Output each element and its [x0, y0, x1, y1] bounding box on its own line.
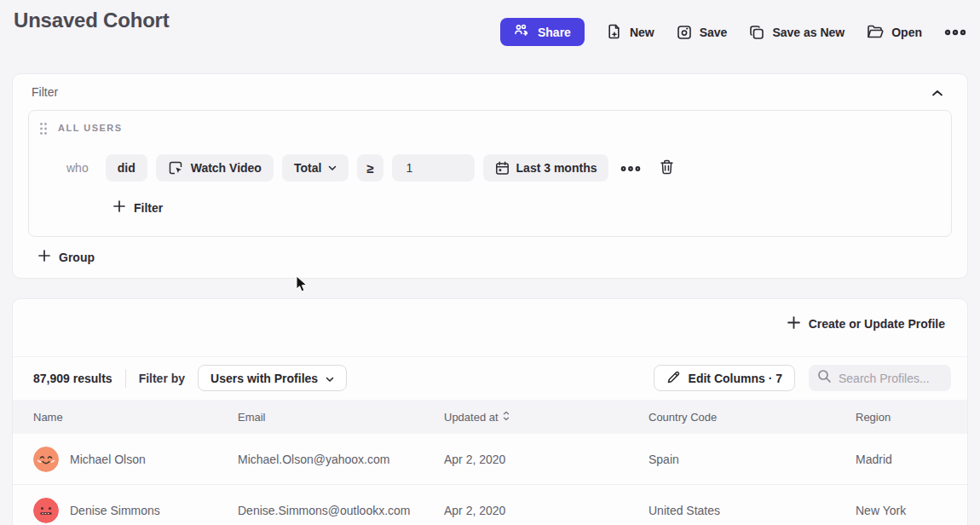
profile-country-code: Spain [649, 453, 856, 466]
did-selector[interactable]: did [106, 154, 147, 182]
save-as-new-button-label: Save as New [772, 26, 845, 39]
create-or-update-profile-button[interactable]: Create or Update Profile [787, 312, 945, 336]
operator-value: ≥ [366, 161, 373, 176]
avatar [33, 447, 59, 472]
ellipsis-icon [944, 29, 966, 36]
add-group-button[interactable]: Group [38, 250, 95, 264]
magnifier-icon [817, 369, 832, 387]
save-button[interactable]: Save [677, 25, 728, 40]
open-button-label: Open [891, 26, 922, 39]
plus-icon [38, 250, 50, 264]
group-title: ALL USERS [58, 123, 123, 133]
event-cursor-icon [168, 160, 184, 176]
column-header-name[interactable]: Name [33, 411, 238, 424]
event-name: Watch Video [191, 161, 262, 175]
column-header-region[interactable]: Region [856, 411, 967, 424]
filter-panel: Filter ALL USERS who did [12, 73, 968, 279]
chevron-up-icon [931, 85, 943, 100]
chevron-down-icon [326, 372, 334, 385]
more-options-button[interactable] [944, 29, 966, 36]
profile-region: New York [856, 504, 967, 517]
search-profiles-input[interactable] [839, 372, 943, 385]
add-group-label: Group [59, 251, 95, 264]
cohort-builder-app: Unsaved Cohort Share New [0, 0, 980, 525]
profile-name-cell: Michael Olson [33, 447, 238, 472]
profiles-filter-value: Users with Profiles [210, 372, 318, 385]
top-toolbar: Share New Save [500, 18, 966, 46]
folder-icon [867, 25, 884, 39]
ellipsis-icon [620, 162, 641, 175]
open-button[interactable]: Open [867, 25, 922, 39]
divider [125, 369, 126, 388]
filter-panel-title: Filter [32, 85, 58, 99]
who-label: who [66, 161, 89, 175]
column-header-label: Country Code [649, 411, 717, 424]
aggregation-value: Total [294, 161, 321, 175]
results-toolbar-right: Edit Columns · 7 [654, 365, 951, 391]
trash-icon [660, 159, 674, 177]
pencil-icon [666, 370, 681, 387]
sort-icon[interactable] [503, 411, 510, 424]
row-more-options-button[interactable] [619, 160, 643, 176]
filter-by-label: Filter by [139, 372, 185, 385]
calendar-icon [495, 161, 510, 176]
add-filter-button[interactable]: Filter [113, 200, 163, 215]
filter-row: who did Watch Video Total [39, 154, 676, 182]
save-button-label: Save [700, 26, 728, 39]
edit-columns-button[interactable]: Edit Columns · 7 [654, 365, 795, 391]
collapse-filter-button[interactable] [931, 85, 943, 101]
column-header-label: Name [33, 411, 63, 424]
date-range-value: Last 3 months [516, 161, 597, 175]
cohort-group: ALL USERS who did Watch Video [28, 110, 952, 237]
document-plus-icon [607, 24, 622, 40]
plus-icon [787, 316, 800, 332]
profile-name: Denise Simmons [70, 504, 160, 517]
delete-filter-button[interactable] [658, 158, 676, 179]
did-label: did [118, 161, 135, 175]
share-button-label: Share [538, 26, 571, 39]
results-toolbar: 87,909 results Filter by Users with Prof… [13, 356, 967, 399]
new-button[interactable]: New [607, 24, 654, 40]
column-header-label: Region [856, 411, 891, 424]
table-body: Michael Olson Michael.Olson@yahoox.com A… [13, 434, 967, 525]
profiles-filter-dropdown[interactable]: Users with Profiles [198, 365, 347, 391]
share-button[interactable]: Share [500, 18, 585, 46]
profile-name-cell: Denise Simmons [33, 498, 238, 523]
profile-name: Michael Olson [70, 453, 146, 466]
profile-region: Madrid [856, 453, 967, 466]
profile-country-code: United States [649, 504, 856, 517]
chevron-down-icon [328, 165, 337, 171]
people-add-icon [514, 24, 530, 40]
copy-icon [749, 25, 764, 40]
column-header-label: Email [238, 411, 266, 424]
profile-email: Denise.Simmons@outlookx.com [238, 504, 444, 517]
profile-email: Michael.Olson@yahoox.com [238, 453, 444, 466]
profiles-panel: Create or Update Profile 87,909 results … [12, 298, 968, 525]
column-header-updated-at[interactable]: Updated at [444, 411, 649, 424]
column-header-email[interactable]: Email [238, 411, 444, 424]
threshold-input[interactable] [392, 154, 475, 182]
column-header-country-code[interactable]: Country Code [649, 411, 856, 424]
operator-selector[interactable]: ≥ [357, 154, 383, 182]
drag-handle-icon[interactable] [39, 122, 48, 139]
table-row[interactable]: Michael Olson Michael.Olson@yahoox.com A… [13, 434, 967, 485]
save-icon [677, 25, 692, 40]
add-filter-label: Filter [134, 201, 163, 215]
profiles-table: Name Email Updated at Country Code [13, 400, 967, 525]
create-or-update-profile-label: Create or Update Profile [809, 317, 945, 331]
new-button-label: New [630, 26, 654, 39]
avatar [33, 498, 59, 523]
search-profiles-box [809, 365, 951, 391]
plus-icon [113, 200, 125, 215]
date-range-selector[interactable]: Last 3 months [483, 154, 609, 182]
table-row[interactable]: Denise Simmons Denise.Simmons@outlookx.c… [13, 485, 967, 525]
event-selector[interactable]: Watch Video [156, 154, 274, 182]
profile-updated-at: Apr 2, 2020 [444, 504, 649, 517]
table-header: Name Email Updated at Country Code [13, 400, 967, 434]
profile-updated-at: Apr 2, 2020 [444, 453, 649, 466]
aggregation-selector[interactable]: Total [282, 154, 349, 182]
edit-columns-label: Edit Columns · 7 [689, 372, 782, 385]
results-count: 87,909 results [33, 372, 112, 385]
column-header-label: Updated at [444, 411, 499, 424]
save-as-new-button[interactable]: Save as New [749, 25, 845, 40]
